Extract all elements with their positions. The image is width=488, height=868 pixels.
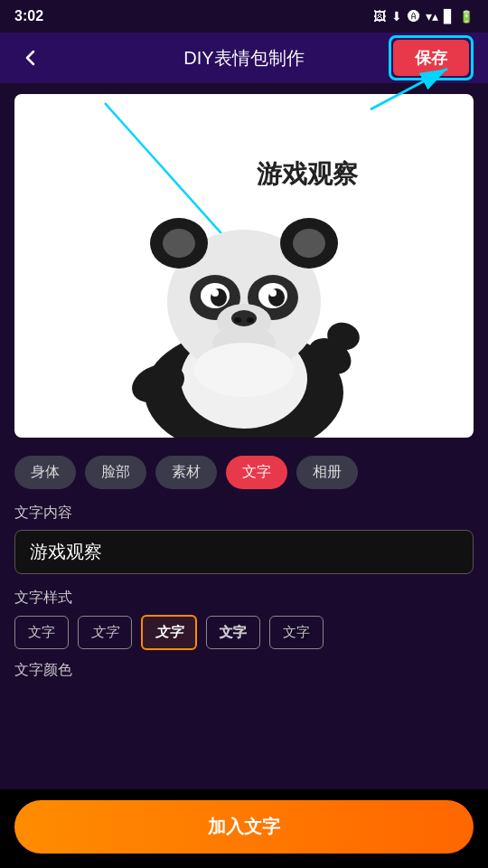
svg-point-12 — [293, 229, 325, 258]
save-button-wrapper: 保存 — [389, 35, 474, 80]
svg-point-11 — [163, 229, 195, 258]
svg-point-24 — [247, 317, 254, 323]
style-btn-shadow[interactable]: 文字 — [269, 616, 324, 649]
download-icon: ⬇ — [391, 9, 402, 24]
svg-point-27 — [194, 343, 294, 397]
tab-face[interactable]: 脸部 — [85, 456, 146, 489]
wifi-icon: ▾▴ — [426, 9, 438, 24]
add-text-button-wrapper: 加入文字 — [0, 789, 488, 868]
style-btn-outline[interactable]: 文字 — [206, 616, 260, 649]
canvas-area: 游戏观察 — [14, 94, 474, 438]
text-content-label: 文字内容 — [0, 496, 488, 526]
tab-material[interactable]: 素材 — [155, 456, 217, 489]
status-time: 3:02 — [14, 8, 43, 24]
style-btn-normal[interactable]: 文字 — [14, 616, 69, 649]
style-btn-active[interactable]: 文字 — [141, 615, 197, 650]
font-icon: 🅐 — [408, 9, 420, 24]
save-button[interactable]: 保存 — [393, 40, 469, 76]
photo-icon: 🖼 — [373, 9, 386, 24]
tab-body[interactable]: 身体 — [14, 456, 76, 489]
back-button[interactable] — [14, 42, 47, 74]
add-text-button[interactable]: 加入文字 — [14, 800, 474, 854]
status-icons: 🖼 ⬇ 🅐 ▾▴ ▊ 🔋 — [373, 9, 474, 24]
text-style-label: 文字样式 — [0, 581, 488, 611]
text-input[interactable] — [30, 542, 458, 562]
page-title: DIY表情包制作 — [183, 46, 304, 71]
panda-illustration — [108, 175, 380, 438]
category-tabs: 身体 脸部 素材 文字 相册 — [0, 448, 488, 496]
status-bar: 3:02 🖼 ⬇ 🅐 ▾▴ ▊ 🔋 — [0, 0, 488, 33]
header: DIY表情包制作 保存 — [0, 33, 488, 83]
battery-icon: 🔋 — [459, 10, 474, 24]
text-input-wrapper — [14, 530, 474, 574]
signal-icon: ▊ — [444, 9, 454, 24]
svg-point-20 — [269, 289, 277, 297]
text-color-label: 文字颜色 — [0, 654, 488, 684]
svg-point-23 — [234, 317, 241, 323]
style-btn-italic[interactable]: 文字 — [78, 616, 132, 649]
svg-point-19 — [211, 289, 219, 297]
tab-album[interactable]: 相册 — [296, 456, 358, 489]
text-style-row: 文字 文字 文字 文字 文字 — [0, 611, 488, 654]
tab-text[interactable]: 文字 — [226, 456, 287, 489]
